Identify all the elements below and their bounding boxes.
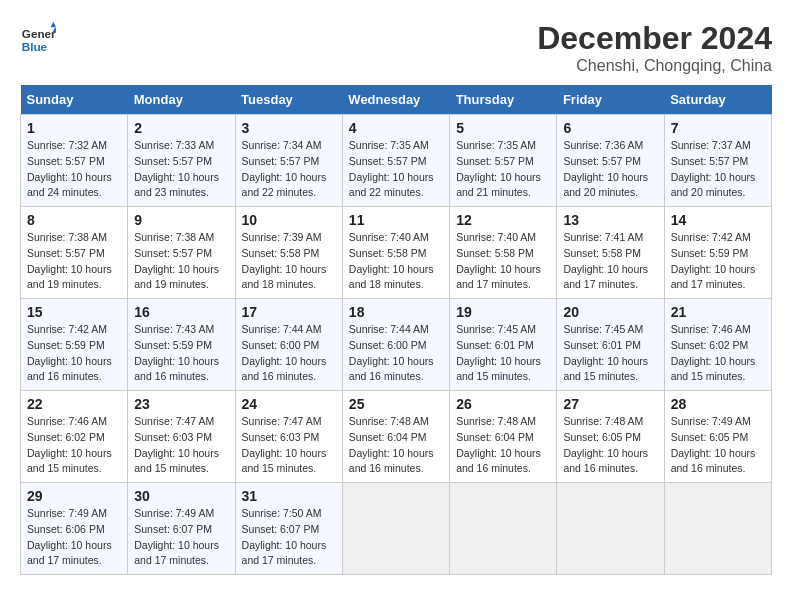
calendar-body: 1Sunrise: 7:32 AM Sunset: 5:57 PM Daylig… (21, 115, 772, 575)
day-number: 23 (134, 396, 228, 412)
day-number: 7 (671, 120, 765, 136)
day-number: 12 (456, 212, 550, 228)
day-info: Sunrise: 7:40 AM Sunset: 5:58 PM Dayligh… (456, 230, 550, 293)
header-wednesday: Wednesday (342, 85, 449, 115)
day-cell: 30Sunrise: 7:49 AM Sunset: 6:07 PM Dayli… (128, 483, 235, 575)
day-cell (450, 483, 557, 575)
day-info: Sunrise: 7:37 AM Sunset: 5:57 PM Dayligh… (671, 138, 765, 201)
day-info: Sunrise: 7:44 AM Sunset: 6:00 PM Dayligh… (349, 322, 443, 385)
day-cell: 26Sunrise: 7:48 AM Sunset: 6:04 PM Dayli… (450, 391, 557, 483)
day-info: Sunrise: 7:33 AM Sunset: 5:57 PM Dayligh… (134, 138, 228, 201)
day-info: Sunrise: 7:35 AM Sunset: 5:57 PM Dayligh… (456, 138, 550, 201)
day-info: Sunrise: 7:48 AM Sunset: 6:05 PM Dayligh… (563, 414, 657, 477)
day-info: Sunrise: 7:41 AM Sunset: 5:58 PM Dayligh… (563, 230, 657, 293)
day-info: Sunrise: 7:47 AM Sunset: 6:03 PM Dayligh… (242, 414, 336, 477)
day-number: 20 (563, 304, 657, 320)
day-cell: 1Sunrise: 7:32 AM Sunset: 5:57 PM Daylig… (21, 115, 128, 207)
day-cell: 18Sunrise: 7:44 AM Sunset: 6:00 PM Dayli… (342, 299, 449, 391)
day-cell: 12Sunrise: 7:40 AM Sunset: 5:58 PM Dayli… (450, 207, 557, 299)
day-number: 26 (456, 396, 550, 412)
header-monday: Monday (128, 85, 235, 115)
day-cell (557, 483, 664, 575)
day-info: Sunrise: 7:39 AM Sunset: 5:58 PM Dayligh… (242, 230, 336, 293)
day-number: 31 (242, 488, 336, 504)
day-cell: 23Sunrise: 7:47 AM Sunset: 6:03 PM Dayli… (128, 391, 235, 483)
day-number: 6 (563, 120, 657, 136)
week-row-4: 22Sunrise: 7:46 AM Sunset: 6:02 PM Dayli… (21, 391, 772, 483)
week-row-2: 8Sunrise: 7:38 AM Sunset: 5:57 PM Daylig… (21, 207, 772, 299)
day-number: 28 (671, 396, 765, 412)
day-info: Sunrise: 7:42 AM Sunset: 5:59 PM Dayligh… (27, 322, 121, 385)
header-friday: Friday (557, 85, 664, 115)
day-number: 16 (134, 304, 228, 320)
day-info: Sunrise: 7:49 AM Sunset: 6:07 PM Dayligh… (134, 506, 228, 569)
day-info: Sunrise: 7:43 AM Sunset: 5:59 PM Dayligh… (134, 322, 228, 385)
day-info: Sunrise: 7:48 AM Sunset: 6:04 PM Dayligh… (349, 414, 443, 477)
logo-icon: General Blue (20, 20, 56, 56)
day-cell: 6Sunrise: 7:36 AM Sunset: 5:57 PM Daylig… (557, 115, 664, 207)
day-number: 8 (27, 212, 121, 228)
day-number: 19 (456, 304, 550, 320)
day-number: 27 (563, 396, 657, 412)
day-cell: 7Sunrise: 7:37 AM Sunset: 5:57 PM Daylig… (664, 115, 771, 207)
day-info: Sunrise: 7:49 AM Sunset: 6:05 PM Dayligh… (671, 414, 765, 477)
day-cell: 11Sunrise: 7:40 AM Sunset: 5:58 PM Dayli… (342, 207, 449, 299)
day-number: 13 (563, 212, 657, 228)
day-cell: 28Sunrise: 7:49 AM Sunset: 6:05 PM Dayli… (664, 391, 771, 483)
day-info: Sunrise: 7:42 AM Sunset: 5:59 PM Dayligh… (671, 230, 765, 293)
day-cell: 8Sunrise: 7:38 AM Sunset: 5:57 PM Daylig… (21, 207, 128, 299)
day-info: Sunrise: 7:45 AM Sunset: 6:01 PM Dayligh… (563, 322, 657, 385)
day-info: Sunrise: 7:35 AM Sunset: 5:57 PM Dayligh… (349, 138, 443, 201)
day-number: 3 (242, 120, 336, 136)
page-header: General Blue December 2024 Chenshi, Chon… (20, 20, 772, 75)
day-cell: 2Sunrise: 7:33 AM Sunset: 5:57 PM Daylig… (128, 115, 235, 207)
day-number: 25 (349, 396, 443, 412)
day-info: Sunrise: 7:47 AM Sunset: 6:03 PM Dayligh… (134, 414, 228, 477)
day-cell: 22Sunrise: 7:46 AM Sunset: 6:02 PM Dayli… (21, 391, 128, 483)
day-info: Sunrise: 7:32 AM Sunset: 5:57 PM Dayligh… (27, 138, 121, 201)
day-number: 1 (27, 120, 121, 136)
svg-marker-2 (51, 22, 56, 27)
day-info: Sunrise: 7:36 AM Sunset: 5:57 PM Dayligh… (563, 138, 657, 201)
day-cell: 25Sunrise: 7:48 AM Sunset: 6:04 PM Dayli… (342, 391, 449, 483)
day-number: 11 (349, 212, 443, 228)
day-cell: 17Sunrise: 7:44 AM Sunset: 6:00 PM Dayli… (235, 299, 342, 391)
svg-text:General: General (22, 27, 56, 40)
day-number: 2 (134, 120, 228, 136)
day-number: 5 (456, 120, 550, 136)
day-info: Sunrise: 7:40 AM Sunset: 5:58 PM Dayligh… (349, 230, 443, 293)
week-row-1: 1Sunrise: 7:32 AM Sunset: 5:57 PM Daylig… (21, 115, 772, 207)
day-cell: 3Sunrise: 7:34 AM Sunset: 5:57 PM Daylig… (235, 115, 342, 207)
week-row-5: 29Sunrise: 7:49 AM Sunset: 6:06 PM Dayli… (21, 483, 772, 575)
day-info: Sunrise: 7:38 AM Sunset: 5:57 PM Dayligh… (27, 230, 121, 293)
day-number: 24 (242, 396, 336, 412)
day-number: 10 (242, 212, 336, 228)
logo: General Blue (20, 20, 56, 56)
day-cell: 14Sunrise: 7:42 AM Sunset: 5:59 PM Dayli… (664, 207, 771, 299)
day-cell: 16Sunrise: 7:43 AM Sunset: 5:59 PM Dayli… (128, 299, 235, 391)
day-info: Sunrise: 7:50 AM Sunset: 6:07 PM Dayligh… (242, 506, 336, 569)
day-info: Sunrise: 7:38 AM Sunset: 5:57 PM Dayligh… (134, 230, 228, 293)
month-title: December 2024 (537, 20, 772, 57)
day-info: Sunrise: 7:49 AM Sunset: 6:06 PM Dayligh… (27, 506, 121, 569)
day-info: Sunrise: 7:34 AM Sunset: 5:57 PM Dayligh… (242, 138, 336, 201)
day-number: 4 (349, 120, 443, 136)
day-cell: 13Sunrise: 7:41 AM Sunset: 5:58 PM Dayli… (557, 207, 664, 299)
header-saturday: Saturday (664, 85, 771, 115)
day-cell: 29Sunrise: 7:49 AM Sunset: 6:06 PM Dayli… (21, 483, 128, 575)
day-cell (342, 483, 449, 575)
day-cell: 19Sunrise: 7:45 AM Sunset: 6:01 PM Dayli… (450, 299, 557, 391)
day-number: 30 (134, 488, 228, 504)
day-info: Sunrise: 7:44 AM Sunset: 6:00 PM Dayligh… (242, 322, 336, 385)
calendar-header-row: SundayMondayTuesdayWednesdayThursdayFrid… (21, 85, 772, 115)
day-number: 21 (671, 304, 765, 320)
day-cell: 27Sunrise: 7:48 AM Sunset: 6:05 PM Dayli… (557, 391, 664, 483)
day-info: Sunrise: 7:46 AM Sunset: 6:02 PM Dayligh… (671, 322, 765, 385)
day-cell: 5Sunrise: 7:35 AM Sunset: 5:57 PM Daylig… (450, 115, 557, 207)
day-cell: 9Sunrise: 7:38 AM Sunset: 5:57 PM Daylig… (128, 207, 235, 299)
day-cell: 15Sunrise: 7:42 AM Sunset: 5:59 PM Dayli… (21, 299, 128, 391)
header-thursday: Thursday (450, 85, 557, 115)
day-number: 22 (27, 396, 121, 412)
day-cell: 10Sunrise: 7:39 AM Sunset: 5:58 PM Dayli… (235, 207, 342, 299)
title-block: December 2024 Chenshi, Chongqing, China (537, 20, 772, 75)
